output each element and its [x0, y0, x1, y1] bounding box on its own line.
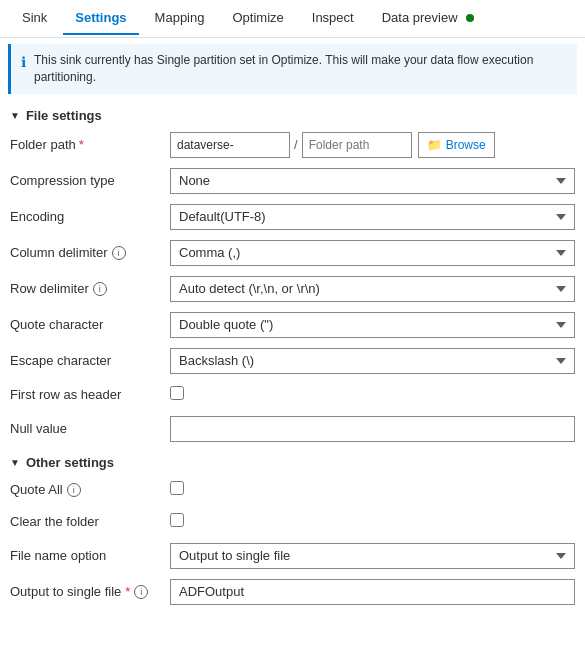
nav-tabs: Sink Settings Mapping Optimize Inspect D… — [0, 0, 585, 38]
encoding-label: Encoding — [10, 209, 170, 224]
tab-optimize[interactable]: Optimize — [220, 2, 295, 35]
file-settings-label: File settings — [26, 108, 102, 123]
column-delimiter-info-icon[interactable]: i — [112, 246, 126, 260]
escape-character-control: Backslash (\) Double quote (") None — [170, 348, 575, 374]
file-name-option-select[interactable]: Output to single file Default Per partit… — [170, 543, 575, 569]
quote-character-control: Double quote (") Single quote (') None — [170, 312, 575, 338]
column-delimiter-row: Column delimiter i Comma (,) Tab (\t) Se… — [0, 235, 585, 271]
info-banner-text: This sink currently has Single partition… — [34, 52, 567, 86]
row-delimiter-control: Auto detect (\r,\n, or \r\n) \r\n \n \r — [170, 276, 575, 302]
status-indicator — [466, 14, 474, 22]
file-name-option-control: Output to single file Default Per partit… — [170, 543, 575, 569]
escape-character-select[interactable]: Backslash (\) Double quote (") None — [170, 348, 575, 374]
encoding-select[interactable]: Default(UTF-8) UTF-8 UTF-16 ASCII — [170, 204, 575, 230]
compression-type-label: Compression type — [10, 173, 170, 188]
folder-path-inputs: / 📁 Browse — [170, 132, 575, 158]
encoding-row: Encoding Default(UTF-8) UTF-8 UTF-16 ASC… — [0, 199, 585, 235]
clear-folder-checkbox[interactable] — [170, 513, 184, 527]
tab-mapping[interactable]: Mapping — [143, 2, 217, 35]
other-settings-label: Other settings — [26, 455, 114, 470]
file-settings-chevron: ▼ — [10, 110, 20, 121]
folder-path-required: * — [79, 137, 84, 152]
file-settings-section-header[interactable]: ▼ File settings — [0, 100, 585, 127]
file-name-option-row: File name option Output to single file D… — [0, 538, 585, 574]
tab-settings[interactable]: Settings — [63, 2, 138, 35]
info-banner: ℹ This sink currently has Single partiti… — [8, 44, 577, 94]
folder-prefix-input[interactable] — [170, 132, 290, 158]
compression-type-control: None Gzip Deflate Bzip2 Lz4 — [170, 168, 575, 194]
compression-type-select[interactable]: None Gzip Deflate Bzip2 Lz4 — [170, 168, 575, 194]
output-single-file-row: Output to single file * i — [0, 574, 585, 610]
first-row-header-row: First row as header — [0, 379, 585, 411]
folder-icon: 📁 — [427, 138, 442, 152]
first-row-header-checkbox[interactable] — [170, 386, 184, 400]
null-value-label: Null value — [10, 421, 170, 436]
folder-path-label: Folder path * — [10, 137, 170, 152]
null-value-control — [170, 416, 575, 442]
quote-all-label: Quote All i — [10, 482, 170, 497]
row-delimiter-row: Row delimiter i Auto detect (\r,\n, or \… — [0, 271, 585, 307]
clear-folder-row: Clear the folder — [0, 506, 585, 538]
row-delimiter-select[interactable]: Auto detect (\r,\n, or \r\n) \r\n \n \r — [170, 276, 575, 302]
escape-character-row: Escape character Backslash (\) Double qu… — [0, 343, 585, 379]
escape-character-label: Escape character — [10, 353, 170, 368]
output-info-icon[interactable]: i — [134, 585, 148, 599]
other-settings-chevron: ▼ — [10, 457, 20, 468]
row-delimiter-label: Row delimiter i — [10, 281, 170, 296]
encoding-control: Default(UTF-8) UTF-8 UTF-16 ASCII — [170, 204, 575, 230]
column-delimiter-control: Comma (,) Tab (\t) Semicolon (;) Pipe (|… — [170, 240, 575, 266]
compression-type-row: Compression type None Gzip Deflate Bzip2… — [0, 163, 585, 199]
first-row-header-label: First row as header — [10, 387, 170, 402]
output-single-file-control — [170, 579, 575, 605]
output-single-file-input[interactable] — [170, 579, 575, 605]
null-value-input[interactable] — [170, 416, 575, 442]
tab-inspect[interactable]: Inspect — [300, 2, 366, 35]
quote-all-checkbox[interactable] — [170, 481, 184, 495]
folder-path-input[interactable] — [302, 132, 412, 158]
path-separator: / — [290, 137, 302, 152]
first-row-header-control — [170, 386, 575, 403]
quote-character-row: Quote character Double quote (") Single … — [0, 307, 585, 343]
quote-all-control — [170, 481, 575, 498]
clear-folder-label: Clear the folder — [10, 514, 170, 529]
column-delimiter-select[interactable]: Comma (,) Tab (\t) Semicolon (;) Pipe (|… — [170, 240, 575, 266]
quote-character-select[interactable]: Double quote (") Single quote (') None — [170, 312, 575, 338]
clear-folder-control — [170, 513, 575, 530]
quote-all-info-icon[interactable]: i — [67, 483, 81, 497]
tab-data-preview[interactable]: Data preview — [370, 2, 486, 35]
info-icon: ℹ — [21, 53, 26, 73]
output-single-file-label: Output to single file * i — [10, 584, 170, 599]
quote-all-row: Quote All i — [0, 474, 585, 506]
other-settings-section-header[interactable]: ▼ Other settings — [0, 447, 585, 474]
tab-sink[interactable]: Sink — [10, 2, 59, 35]
output-required: * — [125, 584, 130, 599]
row-delimiter-info-icon[interactable]: i — [93, 282, 107, 296]
column-delimiter-label: Column delimiter i — [10, 245, 170, 260]
browse-button[interactable]: 📁 Browse — [418, 132, 495, 158]
folder-path-row: Folder path * / 📁 Browse — [0, 127, 585, 163]
quote-character-label: Quote character — [10, 317, 170, 332]
file-name-option-label: File name option — [10, 548, 170, 563]
null-value-row: Null value — [0, 411, 585, 447]
